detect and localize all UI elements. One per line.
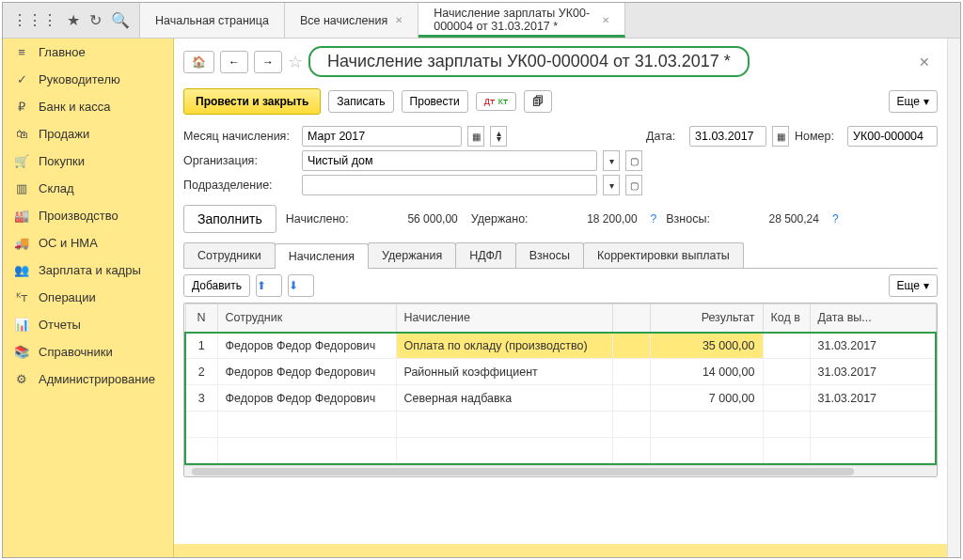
table-row[interactable] (185, 438, 936, 464)
sidebar-item-manager[interactable]: ✓Руководителю (3, 66, 173, 93)
tab-all-accruals[interactable]: Все начисления ✕ (285, 3, 418, 38)
more-button[interactable]: Еще ▾ (889, 90, 938, 113)
open-ref-icon[interactable]: ▢ (625, 150, 642, 171)
sidebar-item-references[interactable]: 📚Справочники (3, 338, 173, 366)
apps-icon[interactable]: ⋮⋮⋮ (12, 11, 57, 29)
sidebar-item-admin[interactable]: ⚙Администрирование (3, 366, 173, 393)
withheld-label: Удержано: (471, 212, 529, 226)
tab-label: Все начисления (300, 14, 387, 27)
col-n[interactable]: N (185, 304, 217, 333)
withheld-value: 18 200,00 (538, 212, 641, 226)
accrued-label: Начислено: (286, 212, 349, 226)
bag-icon: 🛍 (14, 127, 29, 141)
table-row[interactable]: 1 Федоров Федор Федорович Оплата по окла… (185, 333, 936, 359)
star-icon[interactable]: ☆ (288, 52, 303, 72)
col-employee[interactable]: Сотрудник (217, 304, 396, 333)
menu-icon: ≡ (14, 45, 29, 59)
favorites-icon[interactable]: ★ (67, 11, 80, 29)
tab-corrections[interactable]: Корректировки выплаты (583, 242, 744, 268)
document-pane: 🏠 ← → ☆ Начисление зарплаты УК00-000004 … (174, 39, 947, 557)
organization-label: Организация: (183, 154, 296, 167)
vertical-scrollbar[interactable] (947, 39, 960, 557)
ruble-icon: ₽ (14, 100, 29, 114)
organization-input[interactable] (302, 150, 597, 171)
attachments-button[interactable]: 🗐 (524, 90, 552, 113)
books-icon: 📚 (14, 345, 29, 359)
sidebar-item-purchases[interactable]: 🛒Покупки (3, 148, 173, 175)
tab-accruals[interactable]: Начисления (275, 243, 369, 269)
tab-employees[interactable]: Сотрудники (183, 242, 276, 268)
col-accrual[interactable]: Начисление (396, 304, 612, 333)
col-code[interactable]: Код в (763, 304, 810, 333)
sidebar-item-bank[interactable]: ₽Банк и касса (3, 93, 173, 120)
boxes-icon: ▥ (14, 181, 29, 195)
truck-icon: 🚚 (14, 236, 29, 250)
navigation-sidebar: ≡Главное ✓Руководителю ₽Банк и касса 🛍Пр… (3, 39, 174, 557)
date-input[interactable] (689, 126, 766, 147)
table-more-button[interactable]: Еще ▾ (889, 274, 938, 297)
cart-icon: 🛒 (14, 154, 29, 168)
contributions-value: 28 500,24 (719, 212, 823, 226)
table-row[interactable]: 3 Федоров Федор Федорович Северная надба… (185, 385, 936, 412)
save-button[interactable]: Записать (328, 90, 393, 113)
back-button[interactable]: ← (220, 51, 248, 73)
dropdown-icon[interactable]: ▾ (603, 150, 620, 171)
contributions-label: Взносы: (666, 212, 710, 226)
month-stepper[interactable]: ▴▾ (490, 126, 507, 147)
tab-ndfl[interactable]: НДФЛ (455, 242, 516, 268)
ledger-icon: ᴷᴛ (14, 290, 29, 304)
tab-withholdings[interactable]: Удержания (368, 242, 456, 268)
move-up-button[interactable]: ⬆ (256, 274, 282, 297)
sidebar-item-payroll[interactable]: 👥Зарплата и кадры (3, 257, 173, 284)
move-down-button[interactable]: ⬇ (288, 274, 314, 297)
tab-home[interactable]: Начальная страница (140, 3, 285, 38)
table-row[interactable]: 2 Федоров Федор Федорович Районный коэфф… (185, 359, 936, 385)
close-icon[interactable]: ✕ (395, 15, 403, 25)
col-result[interactable]: Результат (650, 304, 763, 333)
sidebar-item-main[interactable]: ≡Главное (3, 39, 173, 66)
post-and-close-button[interactable]: Провести и закрыть (183, 88, 321, 115)
sidebar-item-operations[interactable]: ᴷᴛОперации (3, 284, 173, 311)
help-icon[interactable]: ? (832, 212, 839, 226)
people-icon: 👥 (14, 263, 29, 277)
add-row-button[interactable]: Добавить (183, 274, 250, 297)
sidebar-item-production[interactable]: 🏭Производство (3, 202, 173, 229)
col-days[interactable] (612, 304, 650, 333)
barchart-icon: 📊 (14, 318, 29, 332)
horizontal-scrollbar[interactable] (184, 465, 937, 476)
top-toolbar: ⋮⋮⋮ ★ ↻ 🔍 Начальная страница Все начисле… (3, 3, 960, 39)
open-ref-icon[interactable]: ▢ (625, 175, 642, 195)
sidebar-item-reports[interactable]: 📊Отчеты (3, 311, 173, 338)
debit-credit-button[interactable]: ДᴛКᴛ (476, 92, 516, 111)
page-title: Начисление зарплаты УК00-000004 от 31.03… (308, 46, 750, 77)
number-label: Номер: (795, 130, 842, 143)
table-row[interactable] (185, 412, 936, 438)
calendar-icon[interactable]: ▦ (467, 126, 484, 147)
gear-icon: ⚙ (14, 372, 29, 386)
sidebar-item-warehouse[interactable]: ▥Склад (3, 175, 173, 202)
history-icon[interactable]: ↻ (89, 11, 102, 29)
home-button[interactable]: 🏠 (183, 51, 214, 73)
factory-icon: 🏭 (14, 209, 29, 223)
fill-button[interactable]: Заполнить (183, 205, 276, 233)
tab-label: Начальная страница (155, 14, 269, 27)
tab-contributions[interactable]: Взносы (515, 242, 584, 268)
department-label: Подразделение: (183, 179, 296, 192)
post-button[interactable]: Провести (402, 90, 468, 113)
close-document-button[interactable]: ✕ (911, 51, 938, 73)
tab-document[interactable]: Начисление зарплаты УК00-000004 от 31.03… (418, 3, 625, 38)
dropdown-icon[interactable]: ▾ (603, 175, 620, 195)
month-input[interactable] (302, 126, 462, 147)
sidebar-item-assets[interactable]: 🚚ОС и НМА (3, 229, 173, 257)
help-icon[interactable]: ? (651, 212, 657, 226)
sidebar-item-sales[interactable]: 🛍Продажи (3, 120, 173, 148)
chart-icon: ✓ (14, 72, 29, 86)
search-icon[interactable]: 🔍 (111, 11, 130, 29)
col-date[interactable]: Дата вы... (810, 304, 936, 333)
close-icon[interactable]: ✕ (602, 15, 609, 25)
forward-button[interactable]: → (254, 51, 282, 73)
department-input[interactable] (302, 175, 597, 195)
number-input[interactable] (847, 126, 938, 147)
calendar-icon[interactable]: ▦ (772, 126, 789, 147)
date-label: Дата: (646, 130, 684, 143)
